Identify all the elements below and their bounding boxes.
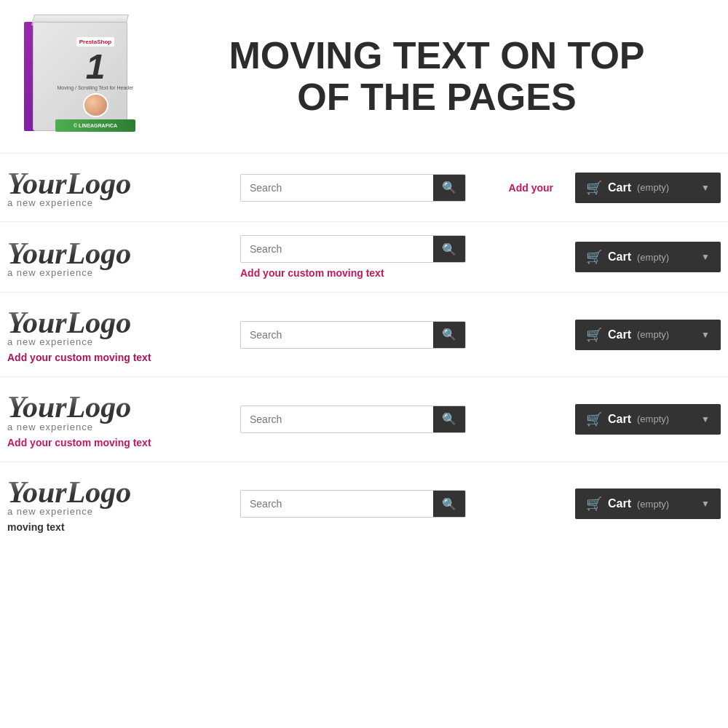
cart-area-3: 🛒 Cart (empty) ▼ [575, 320, 721, 350]
box-description: Moving / Scrolling Text for Header [58, 84, 134, 91]
cart-label-5: Cart [608, 497, 631, 510]
cart-icon-2: 🛒 [586, 249, 602, 265]
search-button-2[interactable]: 🔍 [433, 236, 465, 262]
cart-area-4: 🛒 Cart (empty) ▼ [575, 404, 721, 435]
cart-arrow-1: ▼ [701, 183, 710, 193]
cart-arrow-3: ▼ [701, 330, 710, 340]
box-green-bar: © LINEAGRAFICA [55, 119, 135, 132]
cart-button-4[interactable]: 🛒 Cart (empty) ▼ [575, 404, 721, 435]
logo-area-2: YourLogo a new experience [7, 237, 226, 278]
cart-label-4: Cart [608, 413, 631, 426]
hero-section: PrestaShop 1 Moving / Scrolling Text for… [0, 0, 728, 154]
cart-empty-5: (empty) [637, 499, 669, 510]
linea-grafica-label: © LINEAGRAFICA [74, 123, 117, 128]
search-bar-5: 🔍 [240, 490, 466, 518]
search-icon-3: 🔍 [442, 328, 456, 341]
logo-area-5: YourLogo a new experience moving text [7, 475, 226, 533]
cart-icon-4: 🛒 [586, 411, 602, 427]
search-bar-3: 🔍 [240, 321, 466, 349]
cart-icon-5: 🛒 [586, 496, 602, 512]
search-input-1[interactable] [241, 175, 433, 201]
cart-area-5: 🛒 Cart (empty) ▼ [575, 488, 721, 519]
search-icon-4: 🔍 [442, 412, 456, 426]
cart-label-3: Cart [608, 328, 631, 341]
cart-arrow-4: ▼ [701, 414, 710, 424]
cart-label-2: Cart [608, 250, 631, 264]
moving-text-4: Add your custom moving text [7, 437, 226, 448]
search-button-3[interactable]: 🔍 [433, 322, 465, 348]
cart-empty-4: (empty) [637, 414, 669, 424]
logo-area-1: YourLogo a new experience [7, 167, 226, 208]
search-input-2[interactable] [241, 236, 433, 262]
logo-area-4: YourLogo a new experience Add your custo… [7, 390, 226, 448]
search-area-3: 🔍 [240, 321, 561, 349]
cart-area-1: 🛒 Cart (empty) ▼ [575, 173, 721, 203]
cart-arrow-5: ▼ [701, 499, 710, 509]
cart-area-2: 🛒 Cart (empty) ▼ [575, 242, 721, 272]
cart-button-5[interactable]: 🛒 Cart (empty) ▼ [575, 488, 721, 519]
demo-row-2: YourLogo a new experience 🔍 Add your cus… [0, 222, 728, 293]
header-bar-5: YourLogo a new experience moving text 🔍 … [0, 470, 728, 539]
cart-empty-3: (empty) [637, 329, 669, 340]
moving-text-2: Add your custom moving text [240, 267, 384, 279]
cart-button-1[interactable]: 🛒 Cart (empty) ▼ [575, 173, 721, 203]
search-area-5: 🔍 [240, 490, 561, 518]
logo-text-5: YourLogo [7, 475, 226, 509]
demo-row-3: YourLogo a new experience Add your custo… [0, 293, 728, 377]
cart-icon-3: 🛒 [586, 327, 602, 343]
prestashop-logo: PrestaShop [76, 37, 114, 47]
search-area-1: 🔍 [240, 174, 494, 202]
search-button-4[interactable]: 🔍 [433, 406, 465, 432]
header-bar-4: YourLogo a new experience Add your custo… [0, 384, 728, 454]
search-bar-4: 🔍 [240, 405, 466, 433]
logo-text-4: YourLogo [7, 390, 226, 424]
header-bar-3: YourLogo a new experience Add your custo… [0, 300, 728, 369]
search-input-3[interactable] [241, 322, 433, 348]
search-icon-1: 🔍 [442, 181, 456, 194]
search-area-4: 🔍 [240, 405, 561, 433]
search-input-5[interactable] [241, 491, 433, 517]
header-bar-2: YourLogo a new experience 🔍 Add your cus… [0, 229, 728, 285]
search-bar-2: 🔍 [240, 235, 466, 263]
demo-row-1: YourLogo a new experience 🔍 Add your 🛒 C… [0, 154, 728, 222]
moving-text-3: Add your custom moving text [7, 352, 226, 363]
search-button-1[interactable]: 🔍 [433, 175, 465, 201]
logo-area-3: YourLogo a new experience Add your custo… [7, 306, 226, 363]
logo-text-3: YourLogo [7, 306, 226, 339]
search-icon-2: 🔍 [442, 242, 456, 256]
search-button-5[interactable]: 🔍 [433, 491, 465, 517]
search-icon-5: 🔍 [442, 497, 456, 511]
cart-empty-2: (empty) [637, 252, 669, 263]
search-input-4[interactable] [241, 406, 433, 432]
cart-button-2[interactable]: 🛒 Cart (empty) ▼ [575, 242, 721, 272]
demo-row-4: YourLogo a new experience Add your custo… [0, 377, 728, 462]
logo-text-1: YourLogo [7, 167, 226, 200]
search-bar-1: 🔍 [240, 174, 466, 202]
product-image: PrestaShop 1 Moving / Scrolling Text for… [7, 15, 153, 138]
cart-label-1: Cart [608, 181, 631, 194]
demo-row-5: YourLogo a new experience moving text 🔍 … [0, 462, 728, 546]
hero-title: MOVING TEXT ON TOP OF THE PAGES [153, 35, 721, 118]
search-area-2: 🔍 Add your custom moving text [240, 235, 561, 279]
cart-icon-1: 🛒 [586, 180, 602, 196]
cart-arrow-2: ▼ [701, 252, 710, 262]
header-bar-1: YourLogo a new experience 🔍 Add your 🛒 C… [0, 161, 728, 214]
logo-text-2: YourLogo [7, 237, 226, 270]
moving-text-1: Add your [509, 182, 561, 194]
cart-empty-1: (empty) [637, 182, 669, 193]
box-face-image [83, 93, 108, 117]
moving-text-5: moving text [7, 521, 226, 533]
box-number: 1 [86, 50, 106, 84]
cart-button-3[interactable]: 🛒 Cart (empty) ▼ [575, 320, 721, 350]
